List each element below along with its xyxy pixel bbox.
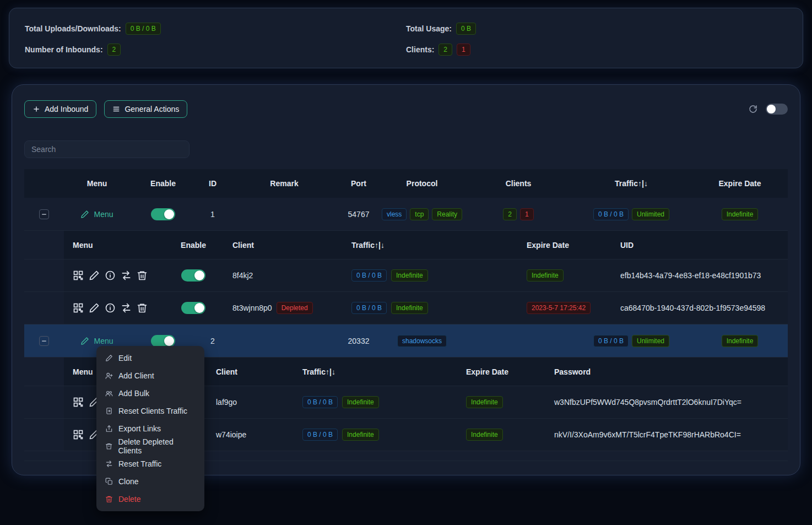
inbound-protocol-tags: vless tcp Reality — [378, 198, 466, 230]
subheader-traffic[interactable]: Traffic↑|↓ — [334, 231, 521, 259]
inbound-remark — [229, 198, 339, 230]
inbound-menu-button[interactable]: Menu — [80, 337, 113, 345]
enable-switch[interactable] — [151, 208, 175, 220]
header-menu: Menu — [64, 169, 130, 198]
refresh-icon[interactable] — [748, 104, 758, 114]
dark-mode-toggle[interactable] — [766, 104, 788, 115]
client-traffic: 0 B / 0 B Indefinite — [301, 386, 466, 418]
traffic-limit-badge: Indefinite — [391, 269, 428, 282]
qr-code-icon[interactable] — [73, 302, 84, 313]
header-expand — [24, 169, 64, 198]
inbounds-value-badge: 2 — [107, 44, 121, 56]
subheader-client: Client — [218, 231, 334, 259]
menu-item-label: Reset Clients Traffic — [118, 407, 187, 415]
menu-item-label: Edit — [118, 354, 132, 362]
edit-client-icon[interactable] — [89, 270, 100, 281]
qr-code-icon[interactable] — [73, 397, 84, 408]
network-tag: tcp — [410, 208, 429, 220]
menu-item-export-links[interactable]: Export Links — [96, 420, 204, 437]
subheader-uid: UID — [620, 231, 788, 259]
client-name: 8f4kj2 — [218, 259, 334, 291]
stat-inbounds-count: Number of Inbounds: 2 — [25, 44, 406, 56]
traffic-limit-badge: Indefinite — [342, 429, 379, 441]
traffic-badge: 0 B / 0 B — [351, 302, 387, 314]
client-traffic: 0 B / 0 B Indefinite — [334, 292, 521, 324]
clients-active-badge: 2 — [503, 208, 517, 220]
client-row-8t3wjnn8p0: 8t3wjnn8p0 Depleted 0 B / 0 B Indefinite… — [24, 292, 788, 324]
reset-traffic-icon[interactable] — [121, 302, 132, 313]
traffic-limit-badge: Unlimited — [632, 335, 669, 347]
stat-total-usage: Total Usage: 0 B — [406, 23, 787, 35]
header-expire-date: Expire Date — [692, 169, 788, 198]
depleted-badge: Depleted — [277, 302, 313, 314]
inbound-protocol-tags: shadowsocks — [378, 324, 466, 357]
add-bulk-icon — [105, 389, 113, 397]
qr-code-icon[interactable] — [73, 429, 84, 440]
menu-item-reset-clients-traffic[interactable]: Reset Clients Traffic — [96, 402, 204, 420]
client-password: nkV/I/3XoAm9v6xMT/T5lcrF4TpeTKF98rHARbRo… — [554, 419, 788, 451]
expire-badge: Indefinite — [527, 269, 564, 282]
indent-cell — [24, 259, 64, 291]
menu-item-edit[interactable]: Edit — [96, 349, 204, 367]
client-name: laf9go — [213, 386, 301, 418]
search-input[interactable] — [24, 140, 190, 158]
menu-item-clone[interactable]: Clone — [96, 473, 204, 490]
menu-item-add-bulk[interactable]: Add Bulk — [96, 385, 204, 402]
traffic-limit-badge: Indefinite — [342, 396, 379, 408]
clients-depleted-badge: 1 — [457, 44, 470, 56]
general-actions-label: General Actions — [124, 105, 179, 113]
info-icon[interactable] — [105, 270, 116, 281]
client-expire: Indefinite — [466, 386, 554, 418]
inbound-expire: Indefinite — [692, 198, 788, 230]
header-traffic[interactable]: Traffic↑|↓ — [571, 169, 692, 198]
client-name: 8t3wjnn8p0 — [232, 304, 272, 312]
inbound-context-menu: Edit Add Client Add Bulk Reset Clients T… — [96, 346, 204, 511]
header-id: ID — [196, 169, 229, 198]
menu-item-reset-traffic[interactable]: Reset Traffic — [96, 455, 204, 473]
minus-icon — [41, 212, 47, 217]
inbound-expire: Indefinite — [692, 324, 788, 357]
qr-code-icon[interactable] — [73, 270, 84, 281]
enable-switch[interactable] — [151, 335, 175, 347]
subheader-enable: Enable — [169, 231, 218, 259]
menu-item-label: Export Links — [118, 424, 161, 433]
indent-cell — [24, 358, 64, 386]
subheader-traffic[interactable]: Traffic↑|↓ — [301, 358, 466, 386]
inbound-menu-button[interactable]: Menu — [80, 210, 113, 219]
delete-depleted-icon — [105, 442, 112, 450]
collapse-row-button[interactable] — [39, 209, 49, 219]
client-expire: 2023-5-7 17:25:42 — [521, 292, 620, 324]
subheader-menu: Menu — [64, 231, 169, 259]
inbound-row-1: Menu 1 54767 vless tcp Reality 2 1 0 B /… — [24, 198, 788, 231]
reset-traffic-icon — [105, 460, 113, 468]
client-enable-switch[interactable] — [181, 269, 205, 282]
expire-badge: Indefinite — [722, 335, 759, 347]
delete-client-icon[interactable] — [137, 302, 148, 313]
info-icon[interactable] — [105, 302, 116, 313]
collapse-row-button[interactable] — [39, 336, 49, 346]
inbound-traffic: 0 B / 0 B Unlimited — [571, 324, 692, 357]
menu-item-add-client[interactable]: Add Client — [96, 367, 204, 385]
menu-item-label: Add Client — [118, 371, 154, 380]
add-inbound-button[interactable]: Add Inbound — [24, 100, 96, 118]
client-enable-switch[interactable] — [181, 302, 205, 314]
menu-item-delete[interactable]: Delete — [96, 490, 204, 508]
subheader-expire: Expire Date — [521, 231, 620, 259]
inbound-remark — [229, 324, 339, 357]
menu-item-delete-depleted-clients[interactable]: Delete Depleted Clients — [96, 437, 204, 455]
header-remark: Remark — [229, 169, 339, 198]
list-icon — [112, 105, 120, 113]
delete-client-icon[interactable] — [137, 270, 148, 281]
header-clients: Clients — [466, 169, 571, 198]
clients-label: Clients: — [406, 45, 434, 54]
general-actions-button[interactable]: General Actions — [104, 100, 187, 118]
reset-traffic-icon[interactable] — [121, 270, 132, 281]
add-client-icon — [105, 372, 113, 380]
expire-badge: Indefinite — [466, 429, 503, 441]
table-header-row: Menu Enable ID Remark Port Protocol Clie… — [24, 169, 788, 198]
inbound-traffic: 0 B / 0 B Unlimited — [571, 198, 692, 230]
toolbar: Add Inbound General Actions — [24, 100, 788, 118]
stats-card: Total Uploads/Downloads: 0 B / 0 B Total… — [9, 8, 803, 68]
edit-client-icon[interactable] — [89, 302, 100, 313]
traffic-badge: 0 B / 0 B — [302, 396, 338, 408]
